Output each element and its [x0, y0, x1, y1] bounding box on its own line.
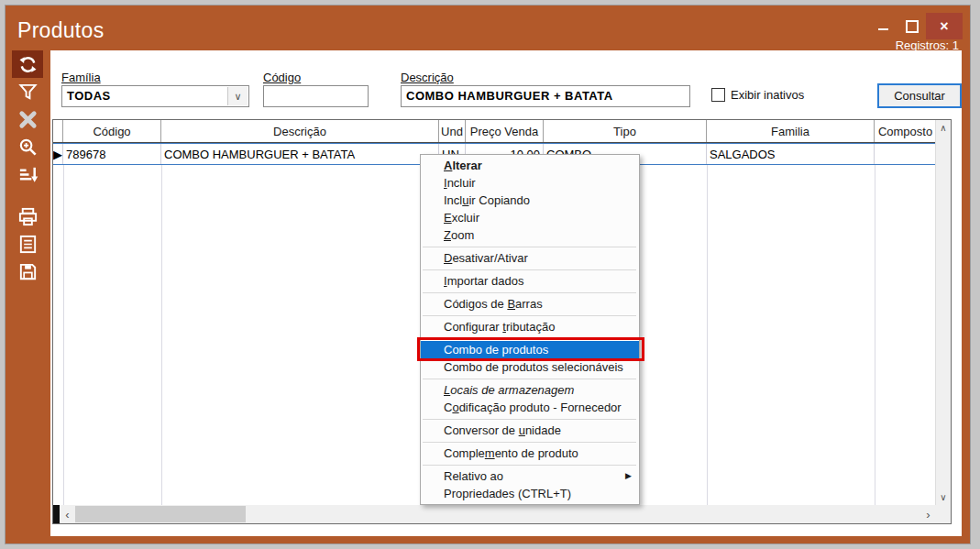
menu-separator — [423, 442, 636, 443]
header-codigo[interactable]: Código — [63, 120, 161, 142]
sort-icon — [17, 164, 39, 185]
menu-separator — [423, 315, 636, 316]
column-line — [63, 165, 64, 505]
familia-label: Família — [61, 71, 101, 84]
scrollbar-corner — [935, 505, 951, 523]
exibir-inativos-label: Exibir inativos — [731, 88, 804, 102]
cell-composto — [875, 144, 936, 164]
exibir-inativos-checkbox[interactable] — [711, 88, 725, 102]
refresh-icon — [17, 54, 39, 75]
menu-item-combo-de-produtos-selecionaveis[interactable]: Combo de produtos selecionáveis — [421, 358, 639, 376]
menu-item-locais-de-armazenagem[interactable]: Locais de armazenagem — [421, 381, 639, 399]
sidebar-gap — [6, 188, 50, 203]
menu-item-codificacao-produto-fornecedor[interactable]: Codificação produto - Fornecedor — [421, 399, 639, 416]
menu-item-codigos-de-barras[interactable]: Códigos de Barras — [421, 295, 639, 313]
window-controls: × — [869, 13, 963, 39]
menu-item-importar-dados[interactable]: Importar dados — [421, 272, 639, 290]
header-composto[interactable]: Composto — [875, 120, 936, 142]
menu-item-configurar-tributacao[interactable]: Configurar tributação — [421, 318, 639, 335]
menu-item-zoom[interactable]: Zoom — [421, 226, 639, 244]
descricao-value: COMBO HAMBURGUER + BATATA — [406, 89, 613, 103]
scrollbar-thumb[interactable] — [75, 506, 246, 522]
sort-button[interactable] — [12, 160, 43, 188]
minimize-icon — [878, 28, 888, 30]
scroll-up-icon[interactable]: ∧ — [936, 120, 951, 136]
descricao-input[interactable]: COMBO HAMBURGUER + BATATA — [401, 85, 690, 107]
refresh-button[interactable] — [12, 50, 43, 78]
report-icon — [17, 234, 39, 255]
header-tipo[interactable]: Tipo — [544, 120, 707, 142]
scroll-left-icon[interactable]: ‹ — [60, 505, 75, 523]
maximize-icon — [906, 20, 919, 33]
cell-familia: SALGADOS — [707, 144, 875, 164]
save-button[interactable] — [12, 258, 43, 285]
zoom-button[interactable] — [12, 133, 43, 160]
menu-item-excluir[interactable]: Excluir — [421, 209, 639, 226]
row-selected-marker: ▶ — [53, 144, 63, 164]
menu-separator — [423, 247, 636, 247]
zoom-icon — [17, 137, 39, 158]
menu-item-desativar-ativar[interactable]: Desativar/Ativar — [421, 249, 639, 267]
column-line — [161, 165, 162, 505]
print-button[interactable] — [12, 203, 43, 230]
header-descricao[interactable]: Descrição — [161, 120, 439, 142]
column-line — [875, 165, 875, 505]
menu-separator — [423, 269, 636, 270]
scroll-down-icon[interactable]: ∨ — [936, 489, 951, 505]
screen: Produtos × Registros: 1 — [0, 0, 980, 549]
clear-x-icon — [17, 109, 39, 130]
familia-value: TODAS — [67, 89, 111, 103]
header-und[interactable]: Und — [439, 120, 466, 142]
exibir-inativos-row: Exibir inativos — [711, 88, 804, 102]
chevron-down-icon[interactable]: ∨ — [227, 87, 248, 105]
column-line — [707, 165, 708, 505]
codigo-input[interactable] — [263, 85, 369, 107]
familia-select[interactable]: TODAS ∨ — [61, 85, 249, 107]
cell-codigo: 789678 — [63, 144, 161, 164]
menu-separator — [423, 338, 636, 339]
clear-button[interactable] — [12, 105, 43, 133]
report-button[interactable] — [12, 230, 43, 258]
close-button[interactable]: × — [926, 13, 963, 39]
filter-icon — [17, 82, 39, 103]
grid-header: Código Descrição Und Preço Venda Tipo Fa… — [53, 120, 936, 143]
toolbar-sidebar — [6, 50, 50, 544]
cell-descricao: COMBO HAMBURGUER + BATATA — [161, 144, 439, 164]
header-familia[interactable]: Familia — [707, 120, 875, 142]
menu-separator — [423, 465, 636, 466]
menu-separator — [423, 292, 636, 293]
window-title: Produtos — [17, 18, 104, 43]
submenu-arrow-icon: ▶ — [625, 467, 632, 485]
filter-button[interactable] — [12, 78, 43, 105]
menu-item-combo-de-produtos[interactable]: Combo de produtos — [421, 341, 639, 358]
print-icon — [17, 206, 39, 227]
menu-item-complemento-de-produto[interactable]: Complemento de produto — [421, 445, 639, 462]
scroll-right-icon[interactable]: › — [920, 505, 936, 523]
menu-item-propriedades[interactable]: Propriedades (CTRL+T) — [421, 485, 639, 502]
close-icon: × — [940, 18, 948, 35]
menu-item-conversor-de-unidade[interactable]: Conversor de unidade — [421, 422, 639, 439]
descricao-label: Descrição — [401, 71, 454, 84]
consultar-button[interactable]: Consultar — [877, 83, 962, 108]
menu-item-alterar[interactable]: Alterar — [421, 157, 639, 174]
save-icon — [17, 261, 39, 282]
menu-separator — [423, 419, 636, 420]
menu-item-incluir-copiando[interactable]: Incluir Copiando — [421, 192, 639, 209]
minimize-button[interactable] — [869, 13, 897, 39]
header-preco-venda[interactable]: Preço Venda — [466, 120, 544, 142]
vertical-scrollbar[interactable]: ∧ ∨ — [935, 120, 951, 505]
menu-separator — [423, 379, 636, 379]
maximize-button[interactable] — [897, 13, 926, 39]
menu-item-incluir[interactable]: Incluir — [421, 174, 639, 192]
horizontal-scrollbar[interactable]: ‹ › — [53, 505, 936, 523]
header-gutter — [53, 120, 63, 142]
context-menu: Alterar Incluir Incluir Copiando Excluir… — [420, 154, 640, 505]
menu-item-relativo-ao[interactable]: Relativo ao▶ — [421, 467, 639, 485]
codigo-label: Código — [263, 71, 301, 84]
scrollbar-left-block — [53, 505, 60, 523]
